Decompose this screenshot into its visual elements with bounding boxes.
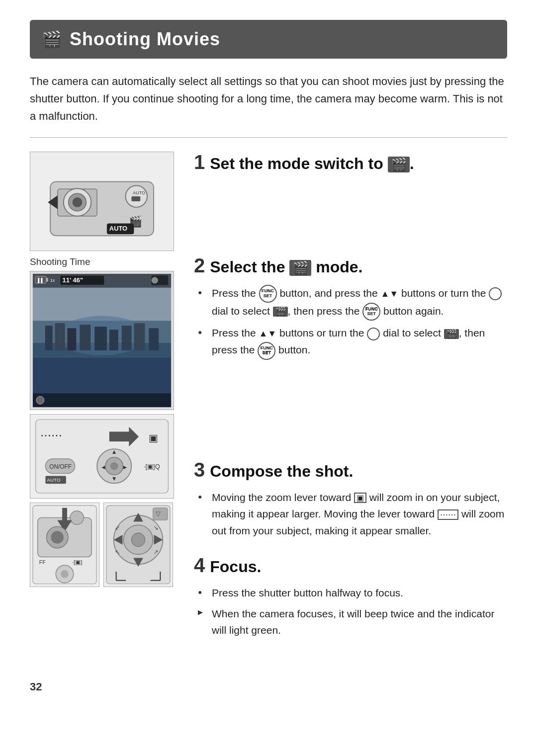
svg-rect-32 — [122, 326, 132, 350]
step2-bullets: Press the FUNCSET button, and press the … — [198, 285, 507, 360]
svg-point-55 — [70, 511, 84, 525]
step1-title: Set the mode switch to 🎬. — [210, 152, 414, 175]
step4-bullets: Press the shutter button halfway to focu… — [198, 585, 507, 639]
svg-text:↙: ↙ — [115, 524, 120, 531]
step4-images: FF ·[▣] — [30, 503, 174, 587]
svg-text:▲: ▲ — [111, 448, 117, 455]
svg-rect-7 — [131, 196, 140, 201]
svg-point-62 — [61, 570, 69, 578]
svg-rect-28 — [67, 328, 76, 350]
step3-bullets: Moving the zoom lever toward ▣ will zoom… — [198, 489, 507, 539]
svg-rect-31 — [109, 330, 118, 350]
step2-number: 2 — [194, 255, 205, 275]
step4-bullet2: When the camera focuses, it will beep tw… — [198, 605, 507, 639]
svg-text:AUTO: AUTO — [109, 225, 127, 232]
svg-point-66 — [131, 533, 145, 547]
step4-number: 4 — [194, 555, 205, 575]
svg-text:AUTO: AUTO — [47, 477, 61, 483]
svg-text:▐▐: ▐▐ — [36, 277, 43, 283]
svg-point-58 — [51, 531, 64, 544]
func-set-btn-2: FUNCSET — [362, 303, 380, 321]
shooting-time-label: Shooting Time — [30, 255, 174, 269]
func-set-btn-1: FUNCSET — [259, 285, 277, 303]
page-number: 32 — [30, 678, 507, 695]
svg-rect-33 — [134, 323, 145, 350]
step3-title: Compose the shot. — [210, 459, 353, 483]
svg-rect-29 — [80, 325, 90, 350]
svg-text:·[▣]: ·[▣] — [72, 559, 83, 566]
intro-text: The camera can automatically select all … — [30, 73, 507, 138]
svg-rect-34 — [149, 328, 159, 350]
svg-rect-18 — [46, 278, 48, 282]
svg-text:↗: ↗ — [153, 549, 159, 556]
svg-text:FF: FF — [39, 559, 46, 565]
svg-rect-27 — [55, 323, 65, 350]
svg-text:▽: ▽ — [156, 510, 161, 517]
step2-bullet2: Press the ▲▼ buttons or turn the dial to… — [198, 325, 507, 359]
svg-text:AUTO: AUTO — [133, 190, 145, 195]
svg-text:▼: ▼ — [111, 475, 117, 482]
svg-point-45 — [110, 462, 118, 470]
svg-text:↖: ↖ — [115, 549, 120, 556]
svg-text:▣: ▣ — [149, 432, 158, 443]
svg-point-4 — [73, 197, 83, 207]
step1-section: 1 Set the mode switch to 🎬. — [194, 152, 507, 175]
svg-point-24 — [152, 277, 158, 283]
svg-rect-30 — [94, 327, 107, 350]
step2-header: 2 Select the 🎬 mode. — [194, 255, 507, 279]
step2-bullet1: Press the FUNCSET button, and press the … — [198, 285, 507, 321]
step4-header: 4 Focus. — [194, 555, 507, 579]
movie-icon: 🎬 — [42, 27, 62, 51]
page-title: Shooting Movies — [70, 26, 220, 53]
step3-header: 3 Compose the shot. — [194, 459, 507, 483]
content-area: AUTO 🎬 AUTO Shooting Time — [30, 152, 507, 655]
step4-title: Focus. — [210, 555, 261, 579]
svg-text:·[▣]Q: ·[▣]Q — [144, 463, 160, 470]
left-column: AUTO 🎬 AUTO Shooting Time — [30, 152, 174, 588]
svg-text:⋯⋯: ⋯⋯ — [40, 429, 62, 441]
step2-section: 2 Select the 🎬 mode. Press the FUNCSET b… — [194, 255, 507, 360]
step4-section: 4 Focus. Press the shutter button halfwa… — [194, 555, 507, 639]
svg-point-36 — [36, 396, 44, 404]
svg-rect-26 — [45, 326, 53, 350]
step4-image-left: FF ·[▣] — [30, 503, 99, 587]
func-set-btn-3: FUNCSET — [258, 342, 275, 360]
svg-text:ON/OFF: ON/OFF — [49, 463, 72, 470]
step1-image: AUTO 🎬 AUTO — [30, 152, 174, 251]
step2-image: ▐▐ 1x 11' 46" — [30, 271, 174, 410]
right-column: 1 Set the mode switch to 🎬. 2 Select the… — [194, 152, 507, 655]
step3-section: 3 Compose the shot. Moving the zoom leve… — [194, 459, 507, 539]
step3-bullet1: Moving the zoom lever toward ▣ will zoom… — [198, 489, 507, 539]
step3-image: ⋯⋯ ▣ ON/OFF ▲ ▼ ◄ ► ·[▣]Q — [30, 414, 174, 499]
step2-title: Select the 🎬 mode. — [210, 255, 362, 279]
step1-number: 1 — [194, 152, 205, 172]
step4-bullet1: Press the shutter button halfway to focu… — [198, 585, 507, 601]
step1-header: 1 Set the mode switch to 🎬. — [194, 152, 507, 175]
svg-text:►: ► — [122, 464, 128, 471]
step4-image-right: ▽ ↙ ↘ ↖ ↗ — [103, 503, 173, 587]
svg-text:↘: ↘ — [153, 524, 159, 531]
svg-rect-35 — [33, 393, 171, 407]
step3-number: 3 — [194, 460, 205, 480]
svg-text:11' 46": 11' 46" — [63, 276, 83, 284]
page-header: 🎬 Shooting Movies — [30, 20, 507, 59]
svg-text:1x: 1x — [50, 278, 55, 283]
svg-text:◄: ◄ — [100, 464, 106, 471]
